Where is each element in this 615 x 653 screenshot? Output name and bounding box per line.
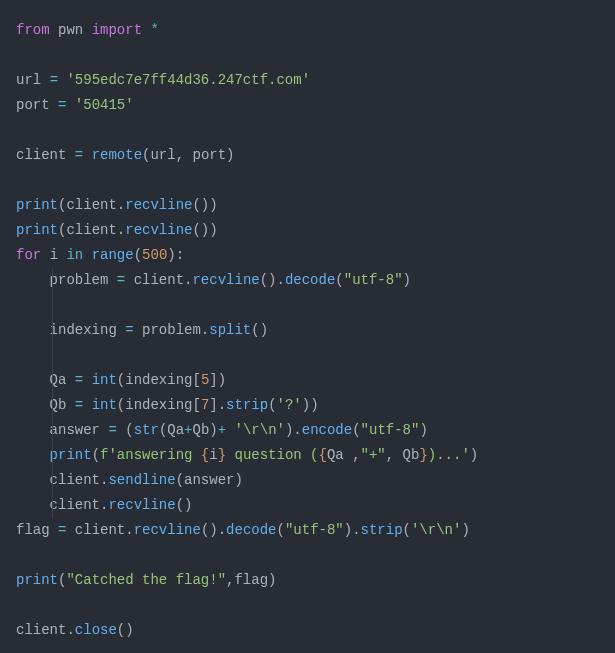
string-msg: "Catched the flag!" xyxy=(66,572,226,588)
method-sendline: sendline xyxy=(108,472,175,488)
string-crlf: '\r\n' xyxy=(411,522,461,538)
var-i: i xyxy=(209,447,217,463)
keyword-in: in xyxy=(66,247,83,263)
string-port: '50415' xyxy=(75,97,134,113)
method-strip: strip xyxy=(226,397,268,413)
code-line: client.recvline() xyxy=(16,493,599,518)
method-recvline: recvline xyxy=(125,197,192,213)
method-decode: decode xyxy=(226,522,276,538)
method-recvline: recvline xyxy=(134,522,201,538)
blank-line xyxy=(16,343,599,368)
module-pwn: pwn xyxy=(58,22,83,38)
var-qa: Qa xyxy=(167,422,184,438)
star-operator: * xyxy=(150,22,158,38)
var-i: i xyxy=(50,247,58,263)
var-url: url xyxy=(16,72,41,88)
string-utf8: "utf-8" xyxy=(344,272,403,288)
blank-line xyxy=(16,593,599,618)
assign-op: = xyxy=(50,72,58,88)
method-strip: strip xyxy=(361,522,403,538)
code-line: print(client.recvline()) xyxy=(16,218,599,243)
obj-client: client xyxy=(16,622,66,638)
method-close: close xyxy=(75,622,117,638)
var-qb: Qb xyxy=(193,422,210,438)
string-crlf: '\r\n' xyxy=(235,422,285,438)
blank-line xyxy=(16,293,599,318)
code-line: client.close() xyxy=(16,618,599,643)
var-flag: flag xyxy=(16,522,50,538)
func-int: int xyxy=(92,397,117,413)
assign-op: = xyxy=(75,147,83,163)
method-split: split xyxy=(209,322,251,338)
func-remote: remote xyxy=(92,147,142,163)
code-line: client = remote(url, port) xyxy=(16,143,599,168)
code-line: url = '595edc7e7ff44d36.247ctf.com' xyxy=(16,68,599,93)
code-line: Qa = int(indexing[5]) xyxy=(16,368,599,393)
plus-op: + xyxy=(184,422,192,438)
obj-problem: problem xyxy=(142,322,201,338)
blank-line xyxy=(16,168,599,193)
plus-op: + xyxy=(218,422,226,438)
blank-line xyxy=(16,543,599,568)
var-indexing: indexing xyxy=(50,322,117,338)
var-client: client xyxy=(16,147,66,163)
arg-port: port xyxy=(193,147,227,163)
func-str: str xyxy=(134,422,159,438)
var-answer: answer xyxy=(184,472,234,488)
obj-client: client xyxy=(50,472,100,488)
code-line: client.sendline(answer) xyxy=(16,468,599,493)
string-utf8: "utf-8" xyxy=(361,422,420,438)
func-int: int xyxy=(92,372,117,388)
method-encode: encode xyxy=(302,422,352,438)
code-line: indexing = problem.split() xyxy=(16,318,599,343)
code-line: problem = client.recvline().decode("utf-… xyxy=(16,268,599,293)
obj-client: client xyxy=(50,497,100,513)
var-indexing: indexing xyxy=(125,397,192,413)
code-line: port = '50415' xyxy=(16,93,599,118)
code-block: from pwn import * url = '595edc7e7ff44d3… xyxy=(16,18,599,643)
code-line: flag = client.recvline().decode("utf-8")… xyxy=(16,518,599,543)
method-decode: decode xyxy=(285,272,335,288)
keyword-for: for xyxy=(16,247,41,263)
fstring-start: f'answering xyxy=(100,447,201,463)
keyword-import: import xyxy=(92,22,142,38)
method-recvline: recvline xyxy=(125,222,192,238)
obj-client: client xyxy=(66,222,116,238)
code-line: for i in range(500): xyxy=(16,243,599,268)
code-line: print("Catched the flag!",flag) xyxy=(16,568,599,593)
keyword-from: from xyxy=(16,22,50,38)
string-url: '595edc7e7ff44d36.247ctf.com' xyxy=(66,72,310,88)
func-print: print xyxy=(16,572,58,588)
obj-client: client xyxy=(66,197,116,213)
arg-url: url xyxy=(150,147,175,163)
code-line: from pwn import * xyxy=(16,18,599,43)
var-indexing: indexing xyxy=(125,372,192,388)
func-range: range xyxy=(92,247,134,263)
blank-line xyxy=(16,43,599,68)
string-question: '?' xyxy=(277,397,302,413)
code-line: answer = (str(Qa+Qb)+ '\r\n').encode("ut… xyxy=(16,418,599,443)
var-answer: answer xyxy=(50,422,100,438)
var-problem: problem xyxy=(50,272,109,288)
string-utf8: "utf-8" xyxy=(285,522,344,538)
func-print: print xyxy=(50,447,92,463)
code-line: print(f'answering {i} question ({Qa ,"+"… xyxy=(16,443,599,468)
var-port: port xyxy=(16,97,50,113)
blank-line xyxy=(16,118,599,143)
var-flag: flag xyxy=(234,572,268,588)
code-line: Qb = int(indexing[7].strip('?')) xyxy=(16,393,599,418)
func-print: print xyxy=(16,197,58,213)
code-line: print(client.recvline()) xyxy=(16,193,599,218)
method-recvline: recvline xyxy=(192,272,259,288)
number-500: 500 xyxy=(142,247,167,263)
obj-client: client xyxy=(75,522,125,538)
obj-client: client xyxy=(134,272,184,288)
func-print: print xyxy=(16,222,58,238)
method-recvline: recvline xyxy=(108,497,175,513)
